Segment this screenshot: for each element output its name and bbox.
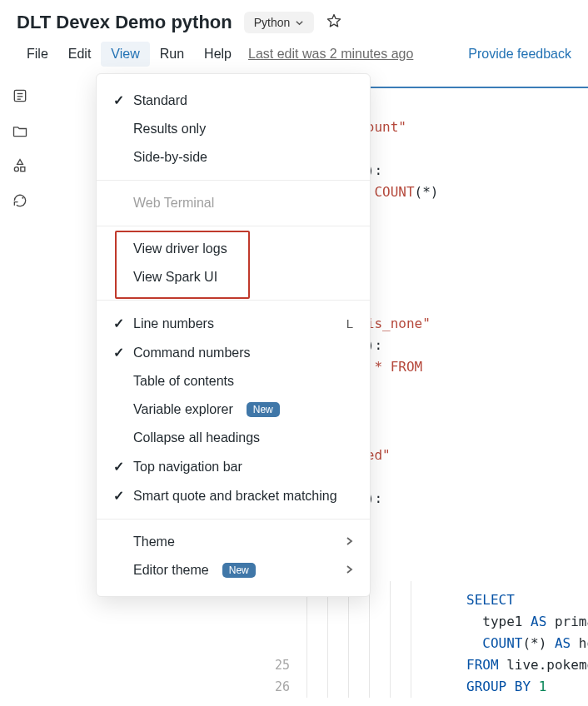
view-spark-ui[interactable]: View Spark UI bbox=[97, 263, 370, 291]
view-theme-submenu[interactable]: Theme bbox=[97, 528, 370, 556]
language-label: Python bbox=[254, 16, 291, 29]
view-collapse-headings[interactable]: Collapse all headings bbox=[97, 424, 370, 452]
folder-icon[interactable] bbox=[11, 122, 29, 140]
star-icon[interactable] bbox=[326, 12, 342, 33]
menu-run[interactable]: Run bbox=[150, 42, 194, 67]
view-editor-theme-submenu[interactable]: Editor theme New bbox=[97, 556, 370, 584]
shortcut: L bbox=[346, 316, 353, 331]
view-line-numbers[interactable]: ✓ Line numbers L bbox=[97, 309, 370, 338]
check-icon: ✓ bbox=[112, 92, 125, 108]
menu-file[interactable]: File bbox=[17, 42, 58, 67]
menu-help[interactable]: Help bbox=[194, 42, 242, 67]
sql-tail: SELECT type1 AS prima COUNT(*) AS how FR… bbox=[466, 589, 588, 698]
view-web-terminal: Web Terminal bbox=[97, 189, 370, 217]
view-variable-explorer[interactable]: Variable explorer New bbox=[97, 395, 370, 424]
view-command-numbers[interactable]: ✓ Command numbers bbox=[97, 338, 370, 367]
view-standard[interactable]: ✓ Standard bbox=[97, 86, 370, 115]
new-badge: New bbox=[222, 563, 256, 578]
menu-view[interactable]: View bbox=[101, 42, 149, 67]
menu-bar: File Edit View Run Help Last edit was 2 … bbox=[0, 37, 588, 75]
chevron-right-icon bbox=[345, 534, 353, 549]
check-icon: ✓ bbox=[112, 345, 125, 360]
check-icon: ✓ bbox=[112, 459, 125, 475]
menu-label: Standard bbox=[133, 93, 187, 108]
menu-label: Variable explorer bbox=[133, 402, 233, 417]
view-toc[interactable]: Table of contents bbox=[97, 367, 370, 395]
menu-label: Command numbers bbox=[133, 346, 251, 360]
menu-label: Line numbers bbox=[133, 316, 214, 331]
menu-label: View driver logs bbox=[133, 241, 227, 256]
menu-label: Smart quote and bracket matching bbox=[133, 489, 337, 504]
check-icon: ✓ bbox=[112, 316, 125, 331]
menu-label: Results only bbox=[133, 122, 206, 137]
svg-point-4 bbox=[14, 167, 18, 172]
menu-label: Table of contents bbox=[133, 374, 234, 389]
provide-feedback-link[interactable]: Provide feedback bbox=[468, 47, 571, 62]
menu-label: Theme bbox=[133, 534, 175, 549]
view-driver-logs[interactable]: View driver logs bbox=[97, 235, 370, 263]
view-results-only[interactable]: Results only bbox=[97, 115, 370, 143]
refresh-icon[interactable] bbox=[11, 191, 29, 210]
indent-guides bbox=[306, 581, 411, 698]
chevron-right-icon bbox=[345, 563, 353, 578]
shapes-icon[interactable] bbox=[11, 157, 29, 175]
menu-label: Top navigation bar bbox=[133, 460, 242, 475]
view-dropdown: ✓ Standard Results only Side-by-side Web… bbox=[96, 73, 371, 597]
view-top-nav[interactable]: ✓ Top navigation bar bbox=[97, 452, 370, 481]
notebook-title[interactable]: DLT Devex Demo python bbox=[17, 12, 232, 33]
language-selector[interactable]: Python bbox=[244, 12, 315, 33]
menu-label: Side-by-side bbox=[133, 150, 207, 165]
menu-label: Editor theme bbox=[133, 563, 209, 578]
view-smart-quote[interactable]: ✓ Smart quote and bracket matching bbox=[97, 481, 370, 510]
svg-point-6 bbox=[22, 197, 23, 199]
line-gutter: 25 26 bbox=[265, 654, 290, 698]
new-badge: New bbox=[247, 402, 280, 417]
svg-rect-5 bbox=[21, 167, 25, 172]
last-edit-status[interactable]: Last edit was 2 minutes ago bbox=[248, 47, 413, 62]
left-rail bbox=[0, 75, 40, 698]
menu-label: Web Terminal bbox=[133, 196, 214, 211]
view-side-by-side[interactable]: Side-by-side bbox=[97, 143, 370, 172]
menu-label: View Spark UI bbox=[133, 270, 217, 285]
menu-edit[interactable]: Edit bbox=[58, 42, 102, 67]
outline-icon[interactable] bbox=[11, 87, 29, 105]
chevron-down-icon bbox=[295, 18, 304, 27]
check-icon: ✓ bbox=[112, 488, 125, 504]
menu-label: Collapse all headings bbox=[133, 430, 260, 445]
